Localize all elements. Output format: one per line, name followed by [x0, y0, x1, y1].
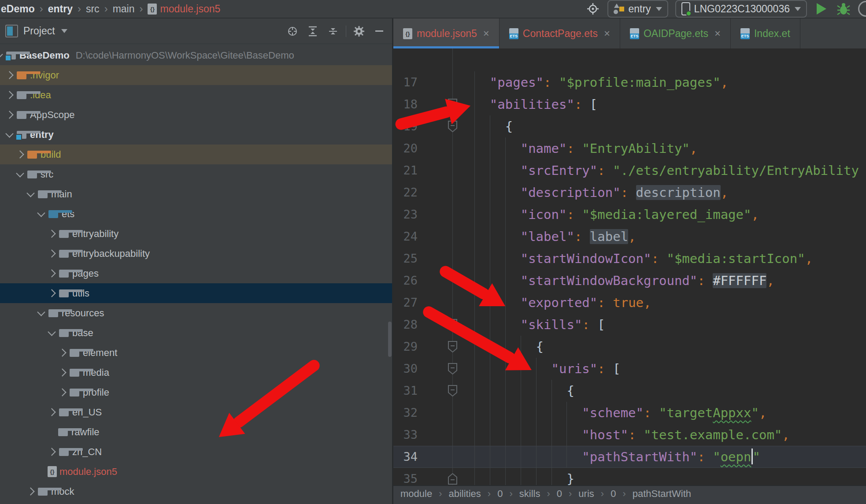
tree-row-zh-cn[interactable]: zh_CN	[0, 442, 392, 462]
code-line-21[interactable]: "srcEntry": "./ets/entryability/EntryAbi…	[459, 159, 859, 182]
tree-row-resources[interactable]: resources	[0, 303, 392, 323]
collapse-all-icon[interactable]	[326, 24, 340, 39]
code-breadcrumb-item[interactable]: skills	[519, 488, 540, 500]
profile-icon[interactable]	[858, 1, 866, 17]
code-line-31[interactable]: {	[459, 380, 574, 402]
chevron-expanded-icon[interactable]	[37, 209, 45, 217]
chevron-collapsed-icon[interactable]	[48, 249, 56, 257]
close-icon[interactable]: ×	[714, 27, 721, 40]
tree-row-en-us[interactable]: en_US	[0, 402, 392, 422]
tab-module-json5[interactable]: {}module.json5×	[393, 19, 500, 48]
code-line-24[interactable]: "label": label,	[459, 226, 636, 248]
chevron-collapsed-icon[interactable]	[58, 348, 66, 356]
fold-marker-icon[interactable]	[448, 120, 458, 134]
code-line-30[interactable]: "uris": [	[459, 358, 621, 380]
hide-panel-icon[interactable]	[372, 24, 387, 39]
expand-all-icon[interactable]	[305, 24, 320, 39]
breadcrumb-item[interactable]: entry	[48, 3, 73, 15]
tree-row-ets[interactable]: ets	[0, 204, 392, 224]
code-breadcrumb-item[interactable]: pathStartWith	[633, 488, 691, 500]
code-breadcrumb-item[interactable]: 0	[497, 488, 503, 500]
chevron-collapsed-icon[interactable]	[5, 91, 13, 99]
fold-marker-icon[interactable]	[448, 363, 458, 377]
tree-row-profile[interactable]: profile	[0, 382, 392, 402]
close-icon[interactable]: ×	[483, 27, 489, 40]
code-breadcrumb-item[interactable]: 0	[611, 488, 616, 500]
tree-row-utils[interactable]: utils	[0, 283, 392, 303]
run-configuration-select[interactable]: entry	[607, 0, 668, 18]
chevron-collapsed-icon[interactable]	[16, 150, 24, 158]
locate-icon[interactable]	[585, 1, 600, 16]
code-breadcrumb-item[interactable]: uris	[578, 488, 594, 500]
chevron-collapsed-icon[interactable]	[26, 487, 34, 495]
code-breadcrumb-item[interactable]: module	[400, 488, 432, 500]
chevron-expanded-icon[interactable]	[0, 50, 3, 58]
close-icon[interactable]: ×	[604, 27, 610, 40]
code-line-20[interactable]: "name": "EntryAbility",	[459, 137, 697, 159]
tree-row-src[interactable]: src	[0, 164, 392, 184]
tree-row-main[interactable]: main	[0, 184, 392, 204]
code-line-22[interactable]: "description": description,	[459, 182, 728, 204]
fold-marker-icon[interactable]	[448, 385, 458, 399]
fold-marker-icon[interactable]	[448, 341, 458, 355]
tree-row--hvigor[interactable]: .hvigor	[0, 65, 392, 85]
breadcrumb-item[interactable]: src	[86, 3, 100, 15]
settings-gear-icon[interactable]	[352, 24, 366, 39]
tree-row-build[interactable]: build	[0, 145, 392, 164]
breadcrumb-item[interactable]: eDemo	[1, 3, 35, 15]
run-button[interactable]	[814, 1, 829, 16]
device-select[interactable]: LNG0223C13000036	[675, 0, 807, 18]
chevron-expanded-icon[interactable]	[5, 130, 13, 137]
tree-row-appscope[interactable]: AppScope	[0, 105, 392, 125]
tree-row-rawfile[interactable]: rawfile	[0, 422, 392, 442]
tree-row-element[interactable]: element	[0, 343, 392, 363]
tree-row-base[interactable]: base	[0, 323, 392, 343]
code-line-27[interactable]: "exported": true,	[459, 292, 651, 314]
tab-index-et[interactable]: ETSIndex.et	[731, 19, 800, 48]
debug-button[interactable]	[836, 1, 851, 16]
tree-row-mock[interactable]: mock	[0, 482, 392, 501]
code-line-34[interactable]: "pathStartWith": "oepn"	[459, 446, 760, 468]
tab-contactpage-ets[interactable]: ETSContactPage.ets×	[500, 19, 620, 48]
chevron-expanded-icon[interactable]	[48, 328, 56, 336]
chevron-collapsed-icon[interactable]	[48, 289, 56, 297]
chevron-collapsed-icon[interactable]	[48, 408, 56, 416]
chevron-collapsed-icon[interactable]	[5, 111, 13, 119]
tree-row-basedemo[interactable]: BaseDemoD:\code\HarmonyOS\WorkSpace\Gite…	[0, 45, 392, 65]
code-line-18[interactable]: "abilities": [	[459, 93, 597, 115]
code-line-19[interactable]: {	[459, 115, 513, 137]
chevron-collapsed-icon[interactable]	[48, 269, 56, 277]
chevron-collapsed-icon[interactable]	[58, 388, 66, 396]
tree-scrollbar[interactable]	[388, 322, 392, 357]
tree-row-entryability[interactable]: entryability	[0, 224, 392, 244]
code-line-23[interactable]: "icon": "$media:layered_image",	[459, 204, 759, 226]
chevron-collapsed-icon[interactable]	[48, 230, 56, 237]
tree-row-media[interactable]: media	[0, 363, 392, 382]
tree-row-module-json5[interactable]: {}module.json5	[0, 462, 392, 482]
tree-row--idea[interactable]: .idea	[0, 85, 392, 105]
chevron-collapsed-icon[interactable]	[48, 448, 56, 456]
fold-marker-icon[interactable]	[448, 98, 458, 112]
tree-row-entry[interactable]: entry	[0, 125, 392, 145]
code-editor[interactable]: 17 "pages": "$profile:main_pages",18 "ab…	[393, 48, 866, 488]
tree-row-pages[interactable]: pages	[0, 263, 392, 283]
breadcrumb-item[interactable]: {}module.json5	[148, 3, 220, 15]
code-line-33[interactable]: "host": "test.example.com",	[459, 424, 790, 446]
code-breadcrumb-item[interactable]: 0	[557, 488, 562, 500]
chevron-expanded-icon[interactable]	[37, 308, 45, 316]
fold-marker-icon[interactable]	[448, 319, 458, 333]
locate-file-icon[interactable]	[285, 24, 300, 39]
code-line-17[interactable]: "pages": "$profile:main_pages",	[459, 71, 728, 93]
code-line-26[interactable]: "startWindowBackground": #FFFFFF,	[459, 270, 774, 292]
code-line-32[interactable]: "scheme": "targetAppxx",	[459, 402, 766, 424]
tree-row-entrybackupability[interactable]: entrybackupability	[0, 244, 392, 263]
code-line-28[interactable]: "skills": [	[459, 314, 605, 336]
chevron-expanded-icon[interactable]	[26, 189, 34, 197]
breadcrumb-item[interactable]: main	[113, 3, 135, 15]
code-breadcrumb-item[interactable]: abilities	[448, 488, 481, 500]
tab-oaidpage-ets[interactable]: ETSOAIDPage.ets×	[620, 19, 731, 48]
code-line-29[interactable]: {	[459, 336, 544, 358]
chevron-down-icon[interactable]	[61, 29, 67, 33]
code-line-25[interactable]: "startWindowIcon": "$media:startIcon",	[459, 248, 813, 270]
chevron-expanded-icon[interactable]	[16, 169, 24, 177]
